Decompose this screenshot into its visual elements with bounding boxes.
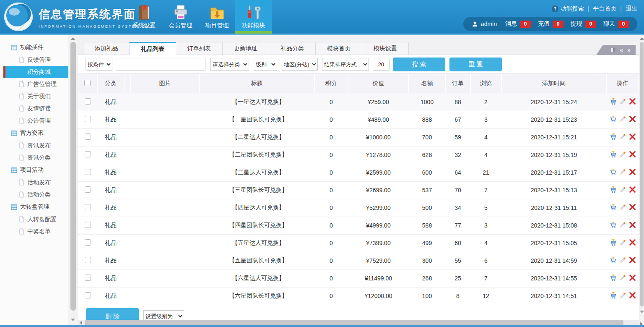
level-select[interactable]: 级别 [254,58,277,71]
top-link[interactable]: 平台首页 [593,5,616,13]
top-link[interactable]: 退出 [626,5,637,13]
user-stat-label[interactable]: 聊天 [603,20,615,28]
horizontal-scrollbar[interactable] [78,320,639,325]
user-stat-label[interactable]: 消息 [505,20,517,28]
nav-item[interactable]: 功能模块 [235,0,272,34]
delete-icon[interactable] [629,186,636,193]
sidebar-item[interactable]: 活动发布 [3,176,68,188]
reset-button[interactable]: 重 置 [449,58,502,71]
delete-icon[interactable] [629,204,636,211]
vertical-scrollbar[interactable] [639,35,644,327]
count-badge[interactable]: 0 [618,21,629,28]
panel-icon[interactable] [610,47,615,52]
sidebar-group[interactable]: 功能插件 [0,41,68,54]
sidebar-item[interactable]: 反馈管理 [3,54,68,66]
delete-icon[interactable] [629,256,636,264]
sidebar-item[interactable]: 大转盘配置 [3,213,68,225]
sidebar-item[interactable]: 资讯发布 [3,139,68,152]
delete-icon[interactable] [629,98,636,105]
row-checkbox[interactable] [85,239,91,246]
row-checkbox[interactable] [85,204,91,210]
sidebar-item[interactable]: 公告管理 [3,115,68,127]
cart-icon[interactable] [610,98,617,105]
delete-icon[interactable] [629,115,636,123]
sidebar-item[interactable]: 资讯分类 [3,152,68,164]
sidebar-scrollbar-thumb[interactable] [70,42,76,311]
scroll-up-icon[interactable] [640,37,644,40]
collapse-left-icon[interactable]: « [620,47,623,53]
cart-icon[interactable] [610,274,617,281]
edit-icon[interactable] [619,204,626,211]
cart-icon[interactable] [610,151,617,158]
count-badge[interactable]: 0 [520,21,531,28]
delete-icon[interactable] [629,133,636,140]
sidebar-scrollbar[interactable] [68,35,78,327]
edit-icon[interactable] [619,98,626,105]
edit-icon[interactable] [619,221,626,228]
sidebar-group[interactable]: 官方资讯 [0,127,68,139]
cart-icon[interactable] [610,204,617,211]
edit-icon[interactable] [619,274,626,281]
search-button[interactable]: 搜 索 [393,58,445,71]
row-checkbox[interactable] [85,98,91,105]
row-checkbox[interactable] [85,222,91,228]
delete-icon[interactable] [629,274,636,281]
collapse-right-icon[interactable]: » [627,47,631,53]
top-link[interactable]: ?功能搜索 [552,5,584,13]
edit-icon[interactable] [619,168,626,175]
tab[interactable]: 礼品列表 [130,42,176,55]
sidebar-item[interactable]: 关于我们 [3,90,68,102]
condition-select[interactable]: 按条件 [86,58,112,71]
tab[interactable]: 礼品分类 [269,42,316,55]
tab[interactable]: 更新地址 [223,42,269,55]
edit-icon[interactable] [619,151,626,158]
edit-icon[interactable] [619,115,626,123]
sidebar-group[interactable]: 项目活动 [0,164,68,176]
region-select[interactable]: 地区(分站) [282,58,318,71]
nav-item[interactable]: 系统设置 [126,0,162,34]
row-checkbox[interactable] [85,292,91,298]
tab[interactable]: 模块设置 [362,42,409,55]
page-size-input[interactable] [373,58,390,71]
count-badge[interactable]: 0 [553,21,564,28]
cart-icon[interactable] [610,256,617,264]
nav-item[interactable]: 会员管理 [162,0,199,34]
row-checkbox[interactable] [85,257,91,263]
nav-item[interactable]: 项目管理 [199,0,235,34]
delete-icon[interactable] [629,221,636,228]
cart-icon[interactable] [610,239,617,246]
cart-icon[interactable] [610,292,617,299]
cart-icon[interactable] [610,221,617,228]
row-checkbox[interactable] [85,275,91,281]
sidebar-item[interactable]: 活动分类 [3,188,68,201]
edit-icon[interactable] [619,292,626,299]
row-checkbox[interactable] [85,133,91,140]
row-checkbox[interactable] [85,116,91,122]
sidebar-item[interactable]: 中奖名单 [3,225,68,238]
delete-icon[interactable] [629,292,636,299]
tab[interactable]: 添加礼品 [83,42,130,55]
sidebar-item[interactable]: 积分商城 [3,66,68,78]
delete-icon[interactable] [629,239,636,246]
category-select[interactable]: 请选择分类 [210,58,249,71]
select-all-checkbox[interactable] [84,80,91,86]
row-checkbox[interactable] [85,151,91,157]
tab[interactable]: 订单列表 [176,42,223,55]
scroll-left-icon[interactable] [80,321,82,325]
count-badge[interactable]: 0 [585,21,596,28]
scroll-down-icon[interactable] [71,319,75,321]
user-stat-label[interactable]: 提现 [571,20,582,28]
edit-icon[interactable] [619,186,626,193]
row-checkbox[interactable] [85,169,91,175]
vertical-scrollbar-thumb[interactable] [640,42,644,306]
row-checkbox[interactable] [85,186,91,193]
scroll-up-icon[interactable] [71,37,75,40]
sidebar-item[interactable]: 广告位管理 [3,78,68,90]
delete-icon[interactable] [629,168,636,175]
sidebar-item[interactable]: 友情链接 [3,102,68,115]
cart-icon[interactable] [610,115,617,123]
cart-icon[interactable] [610,133,617,140]
keyword-input[interactable] [116,58,205,71]
scroll-down-icon[interactable] [640,311,644,313]
delete-icon[interactable] [629,151,636,158]
